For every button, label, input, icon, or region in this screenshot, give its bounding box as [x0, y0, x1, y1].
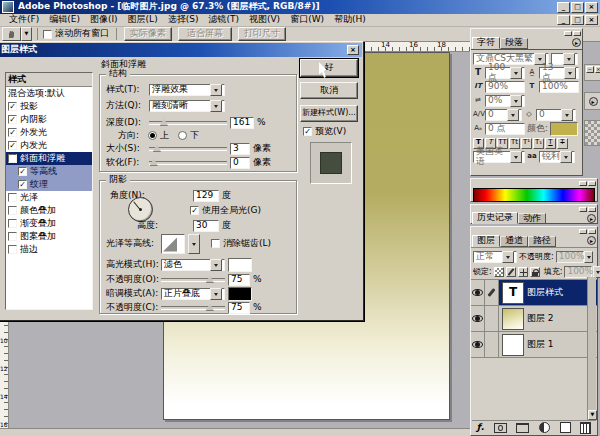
highlight-mode-select[interactable]: 滤色 [161, 259, 225, 271]
cancel-button[interactable]: 取消 [300, 82, 358, 99]
panel-close-icon[interactable] [588, 181, 596, 186]
minimize-button[interactable]: _ [557, 2, 570, 13]
shadow-opacity-slider[interactable] [161, 306, 225, 310]
layer-name[interactable]: 图层 1 [527, 340, 554, 350]
eye-icon[interactable] [472, 341, 483, 348]
strikethrough-button[interactable]: T [557, 138, 568, 149]
panel-minimize-icon[interactable] [579, 181, 587, 186]
color-spectrum-ramp[interactable] [473, 188, 595, 202]
layer-row[interactable]: 图层 1 [471, 332, 597, 358]
dropdown-arrow-icon[interactable] [510, 95, 522, 107]
layer-thumbnail-image[interactable] [502, 334, 524, 356]
horizontal-scale-input[interactable]: 100% [539, 81, 579, 93]
dropdown-arrow-icon[interactable] [564, 67, 576, 79]
tab-character[interactable]: 字符 [472, 37, 500, 49]
panel-title-bar[interactable] [471, 179, 597, 187]
styles-item-texture[interactable]: ✓纹理 [6, 178, 92, 191]
leading-select[interactable]: 13 点 [539, 67, 579, 79]
dropdown-arrow-icon[interactable] [561, 109, 573, 121]
checkbox-checked[interactable]: ✓ [8, 154, 17, 163]
styles-item-gradient-overlay[interactable]: 渐变叠加 [6, 217, 92, 230]
styles-item-contour[interactable]: ✓等高线 [6, 165, 92, 178]
direction-up-radio[interactable] [148, 131, 157, 140]
layer-name[interactable]: 图层 2 [527, 314, 554, 324]
adjustment-layer-icon[interactable] [539, 422, 550, 433]
tool-preset-dropdown[interactable]: ▼ [21, 27, 32, 41]
panel-menu-icon[interactable]: ▸ [587, 214, 596, 223]
layer-set-icon[interactable] [516, 423, 529, 433]
gloss-contour-thumbnail[interactable] [161, 234, 185, 254]
panel-title-bar[interactable] [471, 29, 582, 36]
panel-menu-icon[interactable]: ▸ [587, 236, 596, 245]
dropdown-arrow-icon[interactable] [210, 84, 222, 96]
collapsed-palette-fragment[interactable]: ▸ [584, 92, 600, 110]
angle-input[interactable]: 129 [193, 190, 219, 202]
small-caps-button[interactable]: Tt [509, 138, 520, 149]
collapsed-palette-fragment[interactable]: ─× [584, 64, 600, 81]
size-slider[interactable] [149, 147, 227, 151]
dropdown-arrow-icon[interactable] [210, 100, 222, 112]
direction-down-radio[interactable] [178, 131, 187, 140]
gloss-contour-dropdown[interactable] [188, 234, 200, 254]
shadow-color-swatch[interactable] [228, 287, 252, 301]
superscript-button[interactable]: T¹ [521, 138, 532, 149]
styles-item-blending[interactable]: 混合选项:默认 [6, 87, 92, 100]
checkbox-unchecked[interactable] [8, 219, 17, 228]
checkbox-checked[interactable]: ✓ [18, 167, 27, 176]
tab-layers[interactable]: 图层 [472, 235, 500, 247]
preview-checkbox[interactable]: ✓ [303, 127, 312, 136]
menu-edit[interactable]: 编辑(E) [44, 15, 85, 25]
palette-close-icon[interactable]: × [595, 66, 600, 73]
vertical-scale-input[interactable]: 90% [485, 81, 525, 93]
lock-position-icon[interactable] [518, 267, 528, 277]
panel-minimize-icon[interactable] [579, 207, 587, 212]
layer-name[interactable]: 图层样式 [527, 288, 563, 298]
menu-filter[interactable]: 滤镜(T) [203, 15, 244, 25]
layer-thumbnail-image[interactable] [502, 308, 524, 330]
styles-item-bevel-emboss[interactable]: ✓斜面和浮雕 [6, 152, 92, 165]
depth-input[interactable]: 161 [230, 117, 254, 129]
dropdown-arrow-icon[interactable] [510, 151, 522, 163]
dropdown-arrow-icon[interactable] [510, 67, 522, 79]
menu-select[interactable]: 选择(S) [163, 15, 204, 25]
edit-state-cell[interactable] [485, 332, 499, 357]
slider-thumb[interactable] [206, 304, 214, 311]
technique-select[interactable]: 雕刻清晰 [149, 100, 225, 112]
panel-menu-icon[interactable]: ▸ [572, 38, 581, 47]
altitude-input[interactable]: 30 [193, 220, 219, 232]
styles-item-outer-glow[interactable]: ✓外发光 [6, 126, 92, 139]
panel-title-bar[interactable] [471, 227, 597, 234]
shadow-opacity-input[interactable]: 75 [228, 302, 250, 314]
scroll-down-icon[interactable]: ▼ [588, 410, 597, 420]
doc-restore-button[interactable]: □ [571, 15, 584, 25]
visibility-cell[interactable] [471, 332, 485, 357]
tab-actions[interactable]: 动作 [518, 213, 546, 224]
collapsed-palette-fragment[interactable] [584, 120, 600, 146]
edit-state-cell[interactable] [485, 306, 499, 331]
scroll-all-windows-checkbox[interactable] [43, 30, 52, 39]
edit-state-cell[interactable] [485, 280, 499, 305]
panel-title-bar[interactable] [471, 205, 597, 212]
checkbox-checked[interactable]: ✓ [8, 102, 17, 111]
language-select[interactable]: 美国英语 [473, 151, 525, 163]
layer-mask-icon[interactable] [494, 423, 507, 433]
lock-all-icon[interactable] [530, 267, 540, 277]
underline-button[interactable]: T [545, 138, 556, 149]
menu-layer[interactable]: 图层(L) [123, 15, 163, 25]
proportional-spacing-select[interactable]: 0% [485, 95, 525, 107]
lock-pixels-icon[interactable] [506, 267, 516, 277]
eye-icon[interactable] [472, 289, 483, 296]
ok-button[interactable]: 好 [300, 59, 358, 77]
checkbox-unchecked[interactable] [8, 193, 17, 202]
checkbox-checked[interactable]: ✓ [8, 141, 17, 150]
dropdown-arrow-icon[interactable] [560, 151, 572, 163]
font-family-select[interactable]: 文鼎CS大黑繁 [473, 53, 549, 65]
layers-scrollbar[interactable]: ▼ [587, 277, 596, 420]
visibility-cell[interactable] [471, 306, 485, 331]
dropdown-arrow-icon[interactable] [502, 251, 514, 263]
styles-item-inner-glow[interactable]: ✓内发光 [6, 139, 92, 152]
checkbox-checked[interactable]: ✓ [18, 180, 27, 189]
close-button[interactable]: × [585, 2, 598, 13]
font-size-select[interactable]: 100 点 [485, 67, 525, 79]
menu-view[interactable]: 视图(V) [244, 15, 285, 25]
